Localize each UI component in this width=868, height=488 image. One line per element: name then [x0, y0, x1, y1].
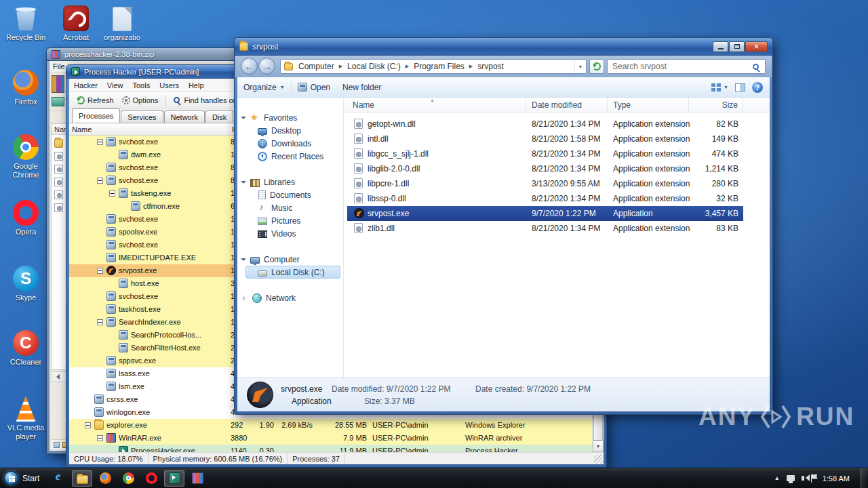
explorer-titlebar[interactable]: srvpost ×	[235, 38, 772, 56]
file-row-libpcre-1-dll[interactable]: libpcre-1.dll3/13/2020 9:55 AMApplicatio…	[347, 176, 743, 191]
refresh-button[interactable]	[589, 59, 604, 74]
taskbar-app-ie[interactable]	[49, 470, 69, 487]
taskbar-app-explorer[interactable]	[72, 470, 92, 487]
menu-tools[interactable]: Tools	[128, 81, 155, 89]
breadcrumb-computer[interactable]: Computer	[297, 62, 336, 71]
column-date-modified[interactable]: Date modified	[526, 98, 608, 113]
archived-file-icon[interactable]	[54, 165, 63, 174]
desktop-icon-organizatio[interactable]: organizatio	[100, 5, 144, 42]
extract-icon[interactable]	[52, 97, 64, 106]
file-row-intl-dll[interactable]: intl.dll8/21/2020 1:58 PMApplication ext…	[347, 131, 743, 146]
nav-item-documents[interactable]: Documents	[245, 188, 340, 201]
expander-icon[interactable]	[241, 258, 246, 264]
breadcrumb-srvpost[interactable]: srvpost	[476, 62, 505, 71]
hidden-icons-chevron[interactable]: ▲	[774, 475, 780, 481]
tab-disk[interactable]: Disk	[205, 110, 233, 123]
breadcrumb-local-disk-c[interactable]: Local Disk (C:)	[346, 62, 402, 71]
taskbar-app-process-hacker[interactable]	[164, 470, 184, 487]
expander-icon[interactable]	[241, 181, 246, 186]
minimize-button[interactable]	[713, 41, 728, 52]
file-row-libssp-0-dll[interactable]: libssp-0.dll8/21/2020 1:34 PMApplication…	[347, 191, 743, 206]
process-row-explorer-exe[interactable]: explorer.exe2921.902.69 kB/s28.55 MBUSER…	[69, 419, 592, 432]
expander-icon[interactable]	[97, 178, 103, 184]
file-row-srvpost-exe[interactable]: srvpost.exe9/7/2020 1:22 PMApplication3,…	[347, 206, 743, 221]
nav-item-music[interactable]: Music	[245, 201, 340, 214]
action-center-flag-icon[interactable]	[811, 474, 812, 483]
options-button[interactable]: Options	[118, 95, 163, 106]
nav-section-computer[interactable]: Computer	[241, 253, 300, 266]
archived-file-icon[interactable]	[54, 178, 63, 186]
nav-item-local-disk-c[interactable]: Local Disk (C:)	[245, 266, 340, 279]
desktop-icon-google-chrome[interactable]: Google Chrome	[4, 134, 47, 179]
nav-item-desktop[interactable]: Desktop	[245, 124, 340, 137]
ph-column-name[interactable]: Name	[69, 123, 229, 136]
menu-help[interactable]: Help	[184, 81, 209, 89]
show-desktop-button[interactable]	[861, 468, 867, 488]
taskbar-app-firefox[interactable]	[95, 470, 115, 487]
nav-section-network[interactable]: Network	[241, 291, 296, 304]
menu-users[interactable]: Users	[155, 81, 184, 89]
close-button[interactable]: ×	[745, 41, 768, 52]
open-button[interactable]: Open	[292, 77, 336, 97]
new-folder-button[interactable]: New folder	[336, 77, 387, 97]
start-button[interactable]: Start	[0, 468, 46, 488]
expander-icon[interactable]	[97, 435, 103, 441]
expander-icon[interactable]	[97, 139, 103, 145]
desktop-icon-recycle-bin[interactable]: Recycle Bin	[4, 5, 47, 42]
maximize-button[interactable]	[729, 41, 745, 52]
parent-folder-icon[interactable]	[54, 139, 63, 148]
breadcrumb-program-files[interactable]: Program Files	[412, 62, 466, 71]
add-archive-icon[interactable]	[52, 75, 64, 93]
desktop-icon-acrobat[interactable]: Acrobat	[54, 5, 98, 42]
organize-button[interactable]: Organize▼	[237, 77, 291, 97]
archived-file-icon[interactable]	[54, 152, 63, 161]
archived-file-icon[interactable]	[54, 203, 63, 212]
file-row-getopt-win-dll[interactable]: getopt-win.dll8/21/2020 1:34 PMApplicati…	[347, 117, 743, 131]
file-row-libgcc-s-sjlj-1-dll[interactable]: libgcc_s_sjlj-1.dll8/21/2020 1:34 PMAppl…	[347, 146, 743, 161]
taskbar-app-chrome[interactable]	[118, 470, 138, 487]
back-button[interactable]: ←	[241, 58, 258, 75]
column-size[interactable]: Size	[689, 98, 743, 113]
scroll-down-icon[interactable]: ▼	[593, 441, 604, 452]
desktop-icon-opera[interactable]: Opera	[4, 200, 47, 237]
tab-services[interactable]: Services	[121, 110, 163, 123]
desktop-icon-vlc-media-player[interactable]: VLC media player	[4, 396, 47, 441]
archived-file-icon[interactable]	[54, 190, 63, 199]
views-button[interactable]: ▼	[711, 83, 728, 92]
menu-view[interactable]: View	[102, 81, 128, 89]
taskbar-app-winrar[interactable]	[187, 470, 208, 487]
search-input[interactable]: Search srvpost	[607, 59, 766, 74]
column-name[interactable]: Name	[347, 98, 526, 113]
resize-grip[interactable]	[594, 455, 603, 464]
desktop-icon-skype[interactable]: Skype	[4, 266, 47, 302]
preview-pane-button[interactable]	[735, 83, 745, 92]
expander-icon[interactable]	[97, 319, 103, 325]
taskbar-app-opera[interactable]	[141, 470, 161, 487]
nav-item-videos[interactable]: Videos	[245, 227, 340, 240]
expander-icon[interactable]	[97, 268, 103, 274]
nav-section-libraries[interactable]: Libraries	[241, 176, 295, 188]
nav-item-downloads[interactable]: Downloads	[245, 137, 340, 150]
column-type[interactable]: Type	[608, 98, 689, 113]
tab-processes[interactable]: Processes	[72, 108, 120, 123]
expander-icon[interactable]	[85, 422, 91, 428]
tab-network[interactable]: Network	[164, 110, 205, 123]
help-button[interactable]	[752, 82, 763, 93]
network-tray-icon[interactable]	[787, 475, 795, 481]
taskbar-clock[interactable]: 1:58 AM	[818, 474, 854, 483]
expander-icon[interactable]	[109, 190, 115, 197]
desktop-icon-ccleaner[interactable]: CCleaner	[4, 330, 47, 367]
nav-item-pictures[interactable]: Pictures	[245, 214, 340, 227]
nav-section-favorites[interactable]: Favorites	[241, 111, 297, 124]
scroll-left-icon[interactable]	[54, 374, 60, 380]
process-row-winrar-exe[interactable]: WinRAR.exe38807.9 MBUSER-PC\adminWinRAR …	[69, 432, 592, 445]
expander-icon[interactable]	[243, 296, 248, 301]
process-row-processhacker-exe[interactable]: ProcessHacker.exe11400.3011.9 MBUSER-PC\…	[69, 445, 592, 452]
file-row-zlib1-dll[interactable]: zlib1.dll8/21/2020 1:34 PMApplication ex…	[347, 221, 743, 236]
expander-icon[interactable]	[241, 117, 246, 122]
address-dropdown-icon[interactable]: ▼	[574, 60, 586, 73]
file-row-libglib-2-0-0-dll[interactable]: libglib-2.0-0.dll8/21/2020 1:34 PMApplic…	[347, 161, 743, 176]
forward-button[interactable]: →	[258, 58, 275, 75]
nav-item-recent-places[interactable]: Recent Places	[245, 150, 340, 163]
refresh-button[interactable]: Refresh	[73, 95, 118, 106]
